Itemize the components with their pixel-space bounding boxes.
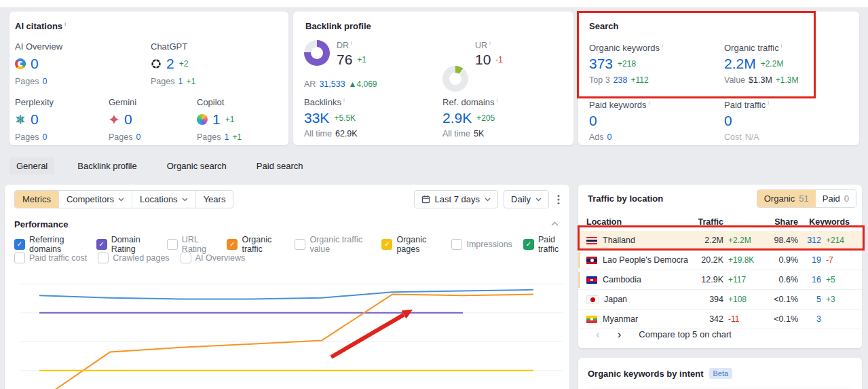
ai-overview-pages[interactable]: 0 <box>42 77 47 86</box>
pages-label: Pages <box>15 77 39 86</box>
checkbox-box <box>295 239 305 250</box>
segment-years[interactable]: Years <box>195 191 233 208</box>
segment-locations[interactable]: Locations <box>132 191 195 208</box>
japan-flag-icon <box>586 295 599 304</box>
checkbox-crawled-pages[interactable]: Crawled pages <box>98 253 169 263</box>
toggle-paid[interactable]: Paid0 <box>816 190 856 207</box>
ai-citation-gemini: Gemini 0 Pages 0 <box>109 97 144 142</box>
ai-overview-value: 0 <box>31 56 39 71</box>
metric-checkbox-row-2: Paid traffic cost Crawled pages AI Overv… <box>14 253 245 263</box>
gemini-label: Gemini <box>109 97 144 107</box>
segment-metrics[interactable]: Metrics <box>15 191 58 208</box>
column-traffic: Traffic <box>688 217 723 227</box>
chevron-down-icon <box>535 198 542 202</box>
top-bar <box>0 0 868 8</box>
ar-label: AR <box>304 79 316 89</box>
traffic-by-location-title: Traffic by location <box>588 193 663 204</box>
toggle-organic[interactable]: Organic51 <box>757 190 816 207</box>
kebab-menu-icon[interactable] <box>557 194 560 205</box>
chatgpt-change: +2 <box>179 59 189 69</box>
checkbox-organic-pages[interactable]: ✓Organic pages <box>381 235 440 254</box>
checkbox-box: ✓ <box>523 239 534 250</box>
traffic-table-body: Thailand 2.2M +2.2M 98.4% 312 +214 Lao P… <box>578 231 862 329</box>
ai-citation-chatgpt: ChatGPT 2 +2 Pages 1 +1 <box>151 41 195 86</box>
top3-value[interactable]: 238 <box>614 75 628 85</box>
checkbox-referring-domains[interactable]: ✓Referring domains <box>14 235 86 254</box>
tab-backlink-profile[interactable]: Backlink profile <box>71 158 143 174</box>
compare-top5-link[interactable]: Compare top 5 on chart <box>639 329 732 339</box>
metric-checkbox-row-1: ✓Referring domains ✓Domain Rating URL Ra… <box>14 235 569 254</box>
table-row-thailand[interactable]: Thailand 2.2M +2.2M 98.4% 312 +214 <box>578 231 862 251</box>
chatgpt-label: ChatGPT <box>151 41 195 52</box>
column-location: Location <box>586 217 688 227</box>
date-range-label: Last 7 days <box>435 194 480 204</box>
gemini-pages[interactable]: 0 <box>136 132 140 142</box>
tab-organic-search[interactable]: Organic search <box>160 158 233 174</box>
checkbox-box <box>167 239 178 250</box>
backlinks-value[interactable]: 33K <box>304 111 329 125</box>
checkbox-ai-overviews[interactable]: AI Overviews <box>181 253 246 263</box>
myanmar-flag-icon <box>586 316 597 323</box>
granularity-button[interactable]: Daily <box>504 190 549 208</box>
ai-citations-card: AI citations AI Overview 0 Pages 0 ChatG… <box>10 12 288 145</box>
perplexity-pages[interactable]: 0 <box>42 132 47 142</box>
ads-value[interactable]: 0 <box>607 132 612 142</box>
column-keywords: Keywords <box>798 217 850 227</box>
collapse-chevron-up-icon[interactable] <box>551 221 559 226</box>
google-icon <box>15 58 26 69</box>
segment-competitors[interactable]: Competitors <box>58 191 132 208</box>
date-range-button[interactable]: Last 7 days <box>414 190 499 208</box>
checkbox-url-rating[interactable]: URL Rating <box>167 235 216 254</box>
calendar-icon <box>421 195 430 204</box>
gemini-icon <box>109 114 119 125</box>
dr-donut <box>304 40 330 66</box>
ai-citations-title: AI citations <box>15 21 66 31</box>
checkbox-organic-traffic[interactable]: ✓Organic traffic <box>227 235 284 254</box>
ref-domains-value[interactable]: 2.9K <box>442 111 472 125</box>
perplexity-value: 0 <box>31 112 39 126</box>
checkbox-paid-traffic[interactable]: ✓Paid traffic <box>523 235 569 254</box>
backlinks-alltime: 62.9K <box>335 129 358 138</box>
tab-paid-search[interactable]: Paid search <box>250 158 310 174</box>
backlinks-change: +5.5K <box>334 113 356 123</box>
laos-flag-icon <box>586 257 597 264</box>
backlink-profile-card: Backlink profile DR 76 +1 AR 31,533 ▲4,0… <box>293 12 573 145</box>
ref-domains-label: Ref. domains <box>442 97 497 107</box>
paid-keywords-label: Paid keywords <box>589 100 649 110</box>
ar-value[interactable]: 31,533 <box>319 79 345 89</box>
table-row-japan[interactable]: Japan 394 +108 <0.1% 5 +3 <box>578 290 862 310</box>
next-page-button[interactable]: › <box>618 329 622 340</box>
pages-label: Pages <box>197 132 221 142</box>
table-row-laos[interactable]: Lao People's Democratic Reput 20.2K +19.… <box>578 251 862 270</box>
chevron-down-icon <box>182 198 188 202</box>
chatgpt-pages[interactable]: 1 <box>178 77 183 86</box>
ai-overview-label: AI Overview <box>15 41 62 52</box>
ur-donut <box>442 66 468 92</box>
paid-keywords-value[interactable]: 0 <box>589 113 597 128</box>
checkbox-paid-traffic-cost[interactable]: Paid traffic cost <box>14 253 87 263</box>
granularity-label: Daily <box>511 194 531 204</box>
paid-traffic-value[interactable]: 0 <box>724 113 732 128</box>
organic-keywords-label: Organic keywords <box>589 43 663 53</box>
checkbox-impressions[interactable]: Impressions <box>451 239 512 250</box>
organic-keywords-value[interactable]: 373 <box>589 56 613 71</box>
perplexity-label: Perplexity <box>15 97 54 107</box>
ref-domains-alltime: 5K <box>474 129 484 138</box>
ref-domains-change: +205 <box>476 113 495 123</box>
organic-traffic-change: +2.2M <box>761 59 784 69</box>
table-row-cambodia[interactable]: Cambodia 12.9K +117 0.6% 16 +5 <box>578 270 862 290</box>
dr-change: +1 <box>357 55 366 64</box>
prev-page-button[interactable]: ‹ <box>596 329 600 340</box>
tab-general[interactable]: General <box>10 158 54 174</box>
copilot-change: +1 <box>225 115 235 124</box>
traffic-table-footer: ‹ › Compare top 5 on chart <box>596 329 732 340</box>
traffic-table-header: Location Traffic Share Keywords <box>578 213 862 231</box>
organic-traffic-value[interactable]: 2.2M <box>724 56 756 71</box>
overview-tabs: General Backlink profile Organic search … <box>10 158 310 174</box>
table-row-myanmar[interactable]: Myanmar 342 -11 <0.1% 3 <box>578 310 862 329</box>
checkbox-organic-traffic-value[interactable]: Organic traffic value <box>295 235 371 254</box>
checkbox-domain-rating[interactable]: ✓Domain Rating <box>96 235 156 254</box>
copilot-pages[interactable]: 1 <box>224 132 229 142</box>
pages-label: Pages <box>15 132 39 142</box>
performance-card: Metrics Competitors Locations Years Last… <box>5 185 569 389</box>
